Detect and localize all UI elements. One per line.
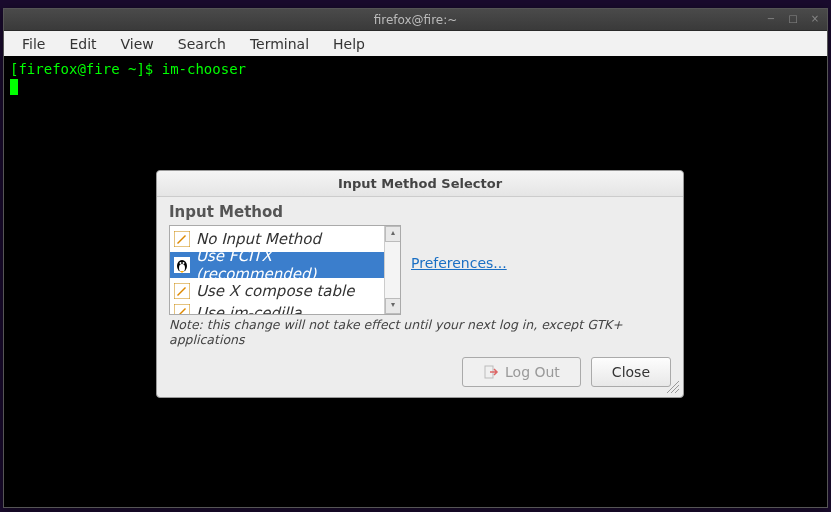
menu-terminal[interactable]: Terminal xyxy=(240,33,319,55)
menubar: File Edit View Search Terminal Help xyxy=(4,31,827,56)
svg-rect-7 xyxy=(174,304,190,315)
close-button[interactable]: Close xyxy=(591,357,671,387)
menu-view[interactable]: View xyxy=(111,33,164,55)
list-item-label: Use im-cedilla xyxy=(196,304,302,315)
scroll-up-button[interactable]: ▴ xyxy=(385,226,401,242)
dialog-title[interactable]: Input Method Selector xyxy=(157,171,683,197)
pencil-icon xyxy=(174,283,190,299)
pencil-icon xyxy=(174,231,190,247)
menu-file[interactable]: File xyxy=(12,33,55,55)
window-title: firefox@fire:~ xyxy=(374,13,458,27)
resize-grip[interactable] xyxy=(667,381,681,395)
im-selector-dialog: Input Method Selector Input Method No In… xyxy=(156,170,684,398)
dialog-buttons: Log Out Close xyxy=(169,357,671,387)
terminal-body[interactable]: [firefox@fire ~]$ im-chooser xyxy=(4,56,827,100)
close-window-button[interactable]: × xyxy=(809,13,821,25)
svg-point-4 xyxy=(180,262,182,264)
list-item-label: Use FCITX (recommended) xyxy=(196,247,380,283)
cursor xyxy=(10,79,18,95)
close-label: Close xyxy=(612,364,650,380)
menu-help[interactable]: Help xyxy=(323,33,375,55)
menu-edit[interactable]: Edit xyxy=(59,33,106,55)
pencil-icon xyxy=(174,304,190,315)
titlebar-buttons: − □ × xyxy=(765,13,821,25)
list-item[interactable]: Use X compose table xyxy=(170,278,384,304)
logout-label: Log Out xyxy=(505,364,560,380)
menu-search[interactable]: Search xyxy=(168,33,236,55)
titlebar[interactable]: firefox@fire:~ − □ × xyxy=(4,9,827,31)
scroll-down-button[interactable]: ▾ xyxy=(385,298,401,314)
list-item[interactable]: Use im-cedilla xyxy=(170,304,384,315)
list-item[interactable]: Use FCITX (recommended) xyxy=(170,252,384,278)
preferences-link[interactable]: Preferences... xyxy=(411,255,507,271)
minimize-button[interactable]: − xyxy=(765,13,777,25)
logout-icon xyxy=(483,364,499,380)
list-item-label: No Input Method xyxy=(196,230,321,248)
shell-prompt: [firefox@fire ~]$ xyxy=(10,61,162,77)
shell-command: im-chooser xyxy=(162,61,246,77)
section-label: Input Method xyxy=(169,203,671,221)
logout-button: Log Out xyxy=(462,357,581,387)
input-method-list: No Input Method Use FCITX (recommended) … xyxy=(169,225,401,315)
list-item-label: Use X compose table xyxy=(196,282,354,300)
penguin-icon xyxy=(174,257,190,273)
note-text: Note: this change will not take effect u… xyxy=(169,317,671,347)
scrollbar[interactable]: ▴ ▾ xyxy=(384,226,400,314)
maximize-button[interactable]: □ xyxy=(787,13,799,25)
svg-point-3 xyxy=(179,264,185,272)
svg-point-5 xyxy=(183,262,185,264)
